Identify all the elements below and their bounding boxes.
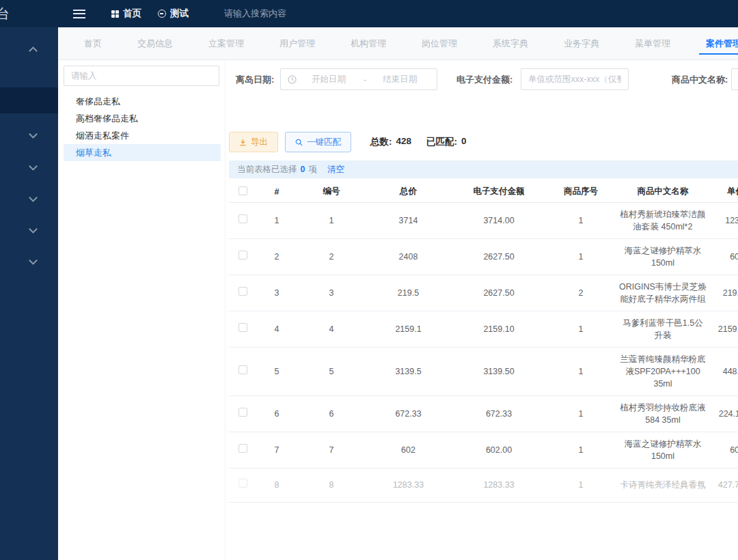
table-cell: 2408 xyxy=(366,238,451,275)
row-checkbox[interactable] xyxy=(238,479,247,488)
column-header: 编号 xyxy=(297,182,366,202)
tree-item[interactable]: 烟酒走私案件 xyxy=(64,127,221,144)
chevron-up-icon[interactable] xyxy=(30,44,37,51)
tab-10[interactable]: 案件管理× xyxy=(688,28,738,59)
matched-value: 0 xyxy=(461,136,467,148)
row-checkbox[interactable] xyxy=(238,214,247,223)
collapsed-sidebar xyxy=(0,27,58,560)
table-cell: 3139.5 xyxy=(366,347,451,395)
results-table: #编号总价电子支付金额商品序号商品中文名称单价 1137143714.001植村… xyxy=(229,182,738,503)
date-range-picker[interactable]: 开始日期 - 结束日期 xyxy=(280,68,437,90)
table-row: 77602602.001海蓝之谜修护精萃水 150ml602 xyxy=(229,432,738,468)
clear-selection-link[interactable]: 清空 xyxy=(327,164,344,176)
table-cell: 224.11 xyxy=(711,395,738,432)
navbar-home-tab[interactable]: 首页 xyxy=(111,8,141,20)
tab-3[interactable]: 立案管理 xyxy=(191,28,262,59)
tree-item[interactable]: 奢侈品走私 xyxy=(64,93,221,110)
date-separator: - xyxy=(364,74,366,85)
tab-label: 用户管理 xyxy=(279,38,315,50)
tree-search-input[interactable] xyxy=(64,66,219,86)
column-header: 商品序号 xyxy=(547,182,615,202)
row-checkbox[interactable] xyxy=(238,287,247,296)
table-cell: 6 xyxy=(256,395,297,432)
tab-5[interactable]: 机构管理 xyxy=(333,28,404,59)
results-table-wrap: #编号总价电子支付金额商品序号商品中文名称单价 1137143714.001植村… xyxy=(229,182,738,542)
select-all-checkbox[interactable] xyxy=(238,186,247,195)
table-cell: 卡诗菁纯亮泽经典香氛 xyxy=(615,468,711,502)
table-cell: 2 xyxy=(297,238,366,275)
dashboard-grid-icon xyxy=(111,10,119,18)
hamburger-menu-icon[interactable] xyxy=(73,10,85,18)
table-cell: 植村秀羽纱持妆粉底液 584 35ml xyxy=(615,395,711,432)
tab-9[interactable]: 菜单管理 xyxy=(617,28,688,59)
tab-1[interactable]: 首页 xyxy=(66,28,120,59)
sidebar-active-item[interactable] xyxy=(0,87,58,113)
table-cell: 1 xyxy=(547,311,615,347)
tab-label: 业务字典 xyxy=(564,38,599,50)
tree-item[interactable]: 烟草走私 xyxy=(64,144,221,161)
navbar-test-tab[interactable]: 测试 xyxy=(158,8,189,20)
search-icon xyxy=(295,139,303,146)
table-cell: 5 xyxy=(297,347,366,395)
row-checkbox[interactable] xyxy=(238,444,247,453)
tab-label: 岗位管理 xyxy=(422,38,457,50)
table-cell: 3714.00 xyxy=(451,202,547,238)
tab-2[interactable]: 交易信息 xyxy=(120,28,191,59)
table-cell: 1 xyxy=(547,347,615,395)
row-checkbox[interactable] xyxy=(238,251,247,260)
export-button[interactable]: 导出 xyxy=(229,132,278,152)
tab-8[interactable]: 业务字典 xyxy=(546,28,617,59)
total-label: 总数: xyxy=(370,136,392,148)
table-cell: 3 xyxy=(256,275,297,311)
tree-item[interactable]: 高档奢侈品走私 xyxy=(64,110,221,127)
chevron-down-icon[interactable] xyxy=(30,162,37,169)
table-cell: 3714 xyxy=(366,202,451,238)
table-cell: 5 xyxy=(256,347,297,395)
column-header: 电子支付金额 xyxy=(451,182,547,202)
date-start-placeholder[interactable]: 开始日期 xyxy=(312,74,346,85)
global-search-input[interactable]: 请输入搜索内容 xyxy=(224,8,286,20)
table-cell: 219.5 xyxy=(366,275,451,311)
column-header: 总价 xyxy=(366,182,451,202)
table-cell: 兰蔻菁纯臻颜精华粉底液SPF20PA+++100 35ml xyxy=(615,347,711,395)
top-navbar: 台 首页 测试 请输入搜索内容 xyxy=(0,0,738,27)
table-cell: 1283.33 xyxy=(451,468,547,502)
table-cell: 海蓝之谜修护精萃水 150ml xyxy=(615,432,711,468)
circle-minus-icon xyxy=(158,10,166,18)
chevron-down-icon[interactable] xyxy=(30,193,37,200)
chevron-down-icon[interactable] xyxy=(30,225,37,232)
table-cell: 8 xyxy=(256,468,297,502)
tab-6[interactable]: 岗位管理 xyxy=(404,28,475,59)
table-cell: 3139.50 xyxy=(451,347,547,395)
tab-4[interactable]: 用户管理 xyxy=(262,28,333,59)
total-value: 428 xyxy=(396,136,412,148)
table-cell: 2627.50 xyxy=(451,275,547,311)
epay-filter-label: 电子支付金额: xyxy=(456,74,512,86)
matched-label: 已匹配: xyxy=(426,136,457,148)
row-checkbox[interactable] xyxy=(238,408,247,417)
table-cell: 2159.1 xyxy=(711,311,738,347)
tab-7[interactable]: 系统字典 xyxy=(475,28,546,59)
row-checkbox[interactable] xyxy=(238,365,247,374)
export-button-label: 导出 xyxy=(251,137,268,148)
name-filter-label: 商品中文名称: xyxy=(672,74,728,86)
tab-label: 系统字典 xyxy=(493,38,528,50)
table-cell: 植村秀新琥珀臻萃洁颜油套装 450ml*2 xyxy=(615,202,711,238)
table-cell: 602 xyxy=(366,432,451,468)
epay-amount-input[interactable] xyxy=(521,68,629,90)
row-checkbox[interactable] xyxy=(238,323,247,332)
table-cell: 602 xyxy=(711,238,738,275)
tab-label: 首页 xyxy=(84,38,102,50)
one-click-match-button[interactable]: 一键匹配 xyxy=(285,132,351,152)
download-icon xyxy=(239,139,247,146)
table-row: 1137143714.001植村秀新琥珀臻萃洁颜油套装 450ml*21238 xyxy=(229,202,738,238)
date-end-placeholder[interactable]: 结束日期 xyxy=(383,74,417,85)
tab-label: 案件管理 xyxy=(706,38,738,50)
table-cell: 1 xyxy=(256,202,297,238)
chevron-down-icon[interactable] xyxy=(30,130,37,137)
date-filter-label: 离岛日期: xyxy=(236,74,274,86)
table-cell: 4 xyxy=(256,311,297,347)
table-cell: 3 xyxy=(297,275,366,311)
product-name-input[interactable] xyxy=(731,68,738,90)
chevron-down-icon[interactable] xyxy=(30,256,37,263)
